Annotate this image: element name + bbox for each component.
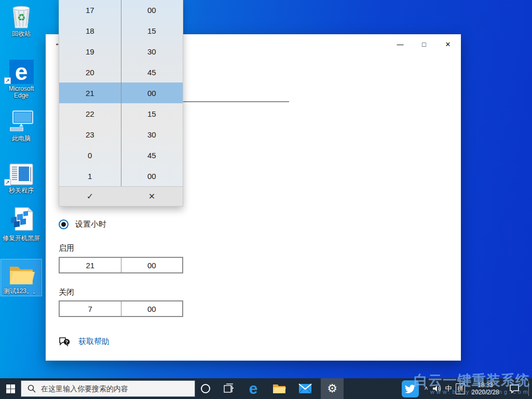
clock-time: 18:33 — [478, 381, 493, 389]
windows-logo-icon — [6, 384, 15, 393]
field-underline — [183, 101, 289, 102]
time-picker-flyout: 17 00 18 15 19 30 20 45 21 00 22 15 — [59, 0, 183, 207]
shortcut-arrow-icon: ↗ — [4, 179, 11, 186]
window-controls: — □ ✕ — [388, 36, 460, 52]
radio-label: 设置小时 — [75, 219, 106, 229]
ime-mode-label: 拼 — [456, 383, 465, 394]
get-help-row: ? 获取帮助 — [59, 336, 110, 347]
minute-option[interactable]: 15 — [121, 103, 183, 124]
turn-off-time-picker: 7 00 — [59, 300, 183, 317]
desktop-icon-microsoft-edge[interactable]: e ↗ Microsoft Edge — [1, 57, 42, 100]
minute-option-selected[interactable]: 00 — [121, 82, 183, 103]
start-button[interactable] — [0, 378, 21, 399]
volume-button[interactable] — [431, 378, 443, 399]
twitter-button[interactable] — [399, 378, 421, 399]
desktop-icon-registry-file[interactable]: 修复开机黑屏 — [1, 207, 42, 243]
gear-icon: ⚙ — [327, 382, 337, 395]
turn-on-minute[interactable]: 00 — [121, 258, 183, 272]
turn-on-hour[interactable]: 21 — [60, 258, 121, 272]
time-picker-list: 17 00 18 15 19 30 20 45 21 00 22 15 — [59, 0, 183, 186]
recycle-bin-icon: ♻ — [1, 3, 42, 29]
hour-option[interactable]: 17 — [59, 0, 121, 20]
desktop-icon-label: 回收站 — [1, 31, 42, 37]
edge-icon: e ↗ — [1, 58, 42, 84]
help-bubble-icon: ? — [59, 336, 70, 347]
twitter-icon — [402, 380, 419, 397]
ime-language-label: 中 — [445, 384, 452, 393]
desktop-icon-this-pc[interactable]: 此电脑 — [1, 107, 42, 143]
registry-file-icon — [1, 208, 42, 233]
hour-option[interactable]: 0 — [59, 145, 121, 166]
minute-option[interactable]: 30 — [121, 41, 183, 62]
minimize-button[interactable]: — — [388, 36, 412, 52]
hour-option[interactable]: 19 — [59, 41, 121, 62]
desktop-icon-test-folder[interactable]: 测试123。。 — [1, 259, 42, 296]
file-explorer-icon — [272, 383, 286, 394]
desktop-icon-label: 测试123。。 — [1, 288, 42, 295]
this-pc-icon — [1, 108, 42, 134]
close-button[interactable]: ✕ — [436, 36, 460, 52]
desktop-icon-label: 修复开机黑屏 — [1, 235, 42, 242]
taskbar-clock[interactable]: 18:33 2020/2/28 — [467, 378, 504, 399]
file-explorer-button[interactable] — [268, 378, 291, 399]
get-help-link[interactable]: 获取帮助 — [78, 337, 110, 347]
radio-selected-icon — [59, 219, 69, 229]
accept-button[interactable]: ✓ — [59, 187, 121, 206]
show-desktop-button[interactable] — [528, 381, 532, 396]
column-divider — [121, 0, 121, 186]
cortana-button[interactable] — [195, 378, 216, 399]
hour-option-selected[interactable]: 21 — [59, 82, 121, 103]
mail-icon — [298, 383, 312, 394]
minute-option[interactable]: 15 — [121, 20, 183, 41]
folder-icon — [1, 260, 42, 286]
time-picker-actions: ✓ ✕ — [59, 186, 183, 206]
taskbar-search[interactable] — [21, 380, 195, 397]
shortcut-arrow-icon: ↗ — [4, 77, 11, 84]
desktop-background: ♻ 回收站 e ↗ Microsoft Edge 此电脑 — [0, 0, 532, 399]
set-hours-radio[interactable]: 设置小时 — [59, 219, 106, 229]
search-input[interactable] — [41, 384, 181, 393]
svg-text:?: ? — [65, 339, 69, 345]
desktop-icon-label: Microsoft Edge — [1, 86, 42, 99]
minute-option[interactable]: 00 — [121, 0, 183, 20]
turn-off-hour[interactable]: 7 — [60, 301, 121, 316]
hour-option[interactable]: 18 — [59, 20, 121, 41]
task-view-button[interactable] — [218, 378, 240, 399]
minute-option[interactable]: 30 — [121, 124, 183, 145]
desktop-icon-app-shortcut[interactable]: ↗ 秒关程序 — [1, 159, 42, 195]
maximize-button[interactable]: □ — [412, 36, 436, 52]
desktop-icon-label: 此电脑 — [1, 135, 42, 142]
mail-button[interactable] — [294, 378, 317, 399]
hour-option[interactable]: 20 — [59, 62, 121, 82]
hidden-icons-chevron[interactable]: ˄ — [421, 378, 431, 399]
minute-option[interactable]: 00 — [121, 166, 183, 186]
ime-mode-button[interactable]: 拼 — [454, 378, 467, 399]
minute-option[interactable]: 45 — [121, 62, 183, 82]
search-icon — [28, 384, 36, 393]
cortana-icon — [201, 384, 210, 393]
hour-option[interactable]: 1 — [59, 166, 121, 186]
speaker-icon — [432, 384, 442, 393]
minute-option[interactable]: 45 — [121, 145, 183, 166]
turn-off-label: 关闭 — [59, 287, 74, 297]
action-center-icon — [509, 384, 520, 393]
task-view-icon — [224, 383, 234, 394]
dismiss-button[interactable]: ✕ — [121, 187, 183, 206]
desktop-icon-recycle-bin[interactable]: ♻ 回收站 — [1, 2, 42, 38]
taskbar-edge-button[interactable]: e — [242, 378, 265, 399]
hour-option[interactable]: 22 — [59, 103, 121, 124]
settings-button-active[interactable]: ⚙ — [321, 378, 344, 399]
turn-on-label: 启用 — [59, 243, 74, 253]
turn-off-minute[interactable]: 00 — [121, 301, 183, 316]
turn-on-time-picker: 21 00 — [59, 257, 183, 273]
desktop-icon-label: 秒关程序 — [1, 187, 42, 194]
hour-option[interactable]: 23 — [59, 124, 121, 145]
program-window-icon: ↗ — [1, 160, 42, 186]
taskbar: e ⚙ ˄ — [0, 378, 532, 399]
clock-date: 2020/2/28 — [471, 389, 499, 396]
ime-language-button[interactable]: 中 — [443, 378, 454, 399]
action-center-button[interactable] — [504, 378, 524, 399]
svg-text:♻: ♻ — [17, 12, 25, 23]
